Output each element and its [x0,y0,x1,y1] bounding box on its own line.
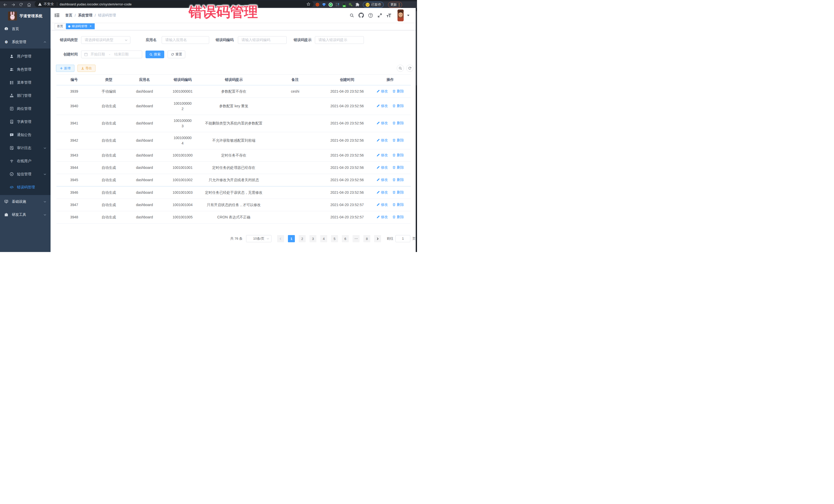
sidebar-item-角色管理[interactable]: 角色管理 [0,63,50,76]
not-secure-label[interactable]: 不安全 [44,2,54,6]
extension-grid-icon[interactable] [335,3,339,7]
delete-link[interactable]: 删除 [392,165,404,170]
address-bar[interactable]: 不安全 dashboard.yudao.iocoder.cn/system/er… [35,1,313,7]
page-button-4[interactable]: 4 [320,235,327,242]
tag-error-code[interactable]: 错误码管理 × [66,23,95,29]
extension-key-icon[interactable] [349,3,353,7]
sidebar-item-系统管理[interactable]: 系统管理 [0,36,50,48]
sidebar-item-基础设施[interactable]: 基础设施 [0,195,50,208]
add-button[interactable]: 新增 [56,65,74,72]
extension-tampermonkey-icon[interactable]: on [342,3,346,7]
delete-link[interactable]: 删除 [392,152,404,158]
next-page-button[interactable] [374,235,381,242]
sidebar-item-研发工具[interactable]: 研发工具 [0,208,50,221]
filter-code-input[interactable]: 请输入错误码编码 [238,36,287,44]
filter-date-range[interactable]: 开始日期 - 结束日期 [81,50,142,58]
chevron-down-icon [43,213,46,216]
sidebar-item-短信管理[interactable]: 短信管理 [0,168,50,181]
bookmark-star-icon[interactable] [306,2,310,6]
text-size-icon[interactable] [386,13,392,18]
github-icon[interactable] [358,13,364,18]
sidebar-item-用户管理[interactable]: 用户管理 [0,50,50,63]
reset-button[interactable]: 重置 [168,50,185,58]
extensions-puzzle-icon[interactable] [355,3,359,7]
browser-menu-icon[interactable] [399,3,399,6]
page-button-1[interactable]: 1 [288,235,295,242]
edit-link[interactable]: 修改 [376,214,388,220]
delete-link[interactable]: 删除 [392,89,404,94]
edit-link[interactable]: 修改 [376,202,388,207]
sidebar-item-岗位管理[interactable]: 岗位管理 [0,102,50,115]
extension-gem-icon[interactable] [322,3,326,7]
cell-type: 自动生成 [92,199,126,211]
delete-link[interactable]: 删除 [392,137,404,143]
delete-link[interactable]: 删除 [392,103,404,109]
jump-page-input[interactable]: 1 [395,235,410,242]
browser-update-button[interactable]: 更新 [388,2,402,8]
edit-link[interactable]: 修改 [376,137,388,143]
user-menu-caret-icon[interactable] [407,14,410,17]
delete-link[interactable]: 删除 [392,190,404,195]
breadcrumb-home[interactable]: 首页 [65,13,72,18]
edit-link[interactable]: 修改 [376,190,388,195]
page-more-button[interactable] [353,235,359,242]
delete-link[interactable]: 删除 [392,202,404,207]
sidebar-item-审计日志[interactable]: 审计日志 [0,141,50,154]
search-button[interactable]: 搜索 [146,50,164,58]
tag-error-code-label: 错误码管理 [72,24,87,28]
page-button-6[interactable]: 6 [342,235,349,242]
browser-reload-button[interactable] [18,2,24,8]
sidebar-item-部门管理[interactable]: 部门管理 [0,89,50,102]
tags-view-bar: 首页 错误码管理 × [50,23,416,30]
page-size-select[interactable]: 10条/页 [246,235,271,242]
sidebar-item-首页[interactable]: 首页 [0,22,50,36]
online-user-icon [10,159,14,163]
edit-link[interactable]: 修改 [376,177,388,182]
tag-close-icon[interactable]: × [89,25,92,28]
page-button-5[interactable]: 5 [331,235,338,242]
filter-msg-input[interactable]: 请输入错误码提示 [315,36,364,44]
browser-home-button[interactable] [26,2,32,8]
url-text[interactable]: dashboard.yudao.iocoder.cn/system/error-… [60,2,132,6]
page-button-2[interactable]: 2 [299,235,306,242]
sidebar-toggle-icon[interactable] [54,13,60,18]
header-search-icon[interactable] [350,13,354,18]
sidebar-item-通知公告[interactable]: 通知公告 [0,128,50,141]
delete-link[interactable]: 删除 [392,214,404,220]
help-icon[interactable] [368,13,373,18]
edit-link[interactable]: 修改 [376,103,388,109]
sidebar-item-字典管理[interactable]: 字典管理 [0,115,50,128]
app-logo[interactable]: 芋道管理系统 [0,8,50,24]
browser-forward-button[interactable] [10,2,16,8]
show-search-toggle-button[interactable] [397,65,404,72]
paused-extension-badge[interactable]: 已暂停 [363,2,383,8]
cell-remark [266,174,325,186]
sidebar-item-菜单管理[interactable]: 菜单管理 [0,76,50,89]
fullscreen-icon[interactable] [377,13,382,18]
cell-msg: 只允许修改为开启或者关闭状态 [202,174,266,186]
filter-app-input[interactable]: 请输入应用名 [162,36,209,44]
delete-link[interactable]: 删除 [392,120,404,126]
delete-link[interactable]: 删除 [392,177,404,182]
edit-link[interactable]: 修改 [376,165,388,170]
user-avatar[interactable] [397,9,404,21]
sidebar-item-在线用户[interactable]: 在线用户 [0,154,50,168]
scrollbar-thumb[interactable] [416,11,417,85]
extension-green-circle-icon[interactable] [328,3,333,7]
sidebar-item-错误码管理[interactable]: 错误码管理 [0,181,50,194]
page-button-8[interactable]: 8 [364,235,370,242]
refresh-table-button[interactable] [406,65,413,72]
edit-link[interactable]: 修改 [376,120,388,126]
col-type: 类型 [92,75,126,85]
extension-orange-icon[interactable] [315,3,320,7]
edit-link[interactable]: 修改 [376,89,388,94]
tag-home[interactable]: 首页 [54,23,65,29]
breadcrumb-system[interactable]: 系统管理 [78,13,92,18]
export-button[interactable]: 导出 [78,65,95,72]
page-button-3[interactable]: 3 [309,235,316,242]
browser-back-button[interactable] [2,2,8,8]
window-scrollbar[interactable] [416,8,417,252]
edit-link[interactable]: 修改 [376,152,388,158]
prev-page-button[interactable] [277,235,284,242]
filter-type-select[interactable]: 请选择错误码类型 [81,36,130,44]
